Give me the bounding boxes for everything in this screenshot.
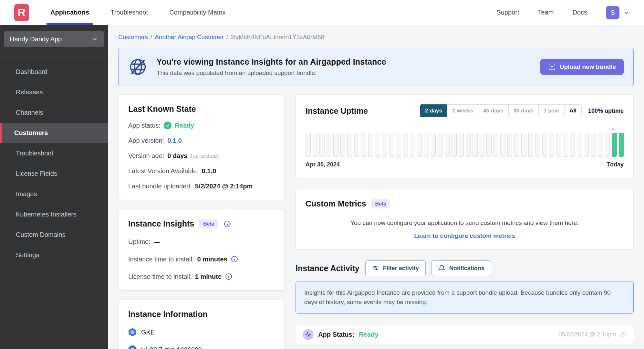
info-icon[interactable] bbox=[225, 273, 233, 280]
nav-item-docs[interactable]: Docs bbox=[572, 0, 587, 25]
breadcrumb: Customers / Another Airgap Customer / 2f… bbox=[118, 34, 634, 41]
uptime-bar-empty[interactable] bbox=[514, 133, 519, 157]
range-button-2-weeks[interactable]: 2 weeks bbox=[447, 104, 478, 117]
uptime-bar-up[interactable] bbox=[619, 133, 624, 157]
range-button-45-days[interactable]: 45 days bbox=[478, 104, 508, 117]
uptime-bar-empty[interactable] bbox=[354, 133, 359, 157]
sidebar-item-images[interactable]: Images bbox=[0, 184, 108, 204]
uptime-start-label: Apr 30, 2024 bbox=[306, 161, 340, 168]
banner-subtitle: This data was populated from an uploaded… bbox=[157, 69, 386, 77]
nav-item-support[interactable]: Support bbox=[496, 0, 519, 25]
uptime-bar-empty[interactable] bbox=[605, 133, 610, 157]
beta-badge: Beta bbox=[371, 199, 390, 208]
license-time-row: License time to install: 1 minute bbox=[128, 273, 275, 280]
sidebar-item-troubleshoot[interactable]: Troubleshoot bbox=[0, 143, 108, 164]
uptime-bar-empty[interactable] bbox=[556, 133, 561, 157]
uptime-bar-empty[interactable] bbox=[306, 133, 311, 157]
filter-activity-button[interactable]: Filter activity bbox=[365, 260, 426, 276]
uptime-bar-empty[interactable] bbox=[327, 133, 332, 157]
uptime-bar-empty[interactable] bbox=[535, 133, 540, 157]
uptime-bar-empty[interactable] bbox=[382, 133, 387, 157]
sidebar-item-customers[interactable]: Customers bbox=[0, 123, 108, 143]
uptime-bar-empty[interactable] bbox=[445, 133, 450, 157]
notifications-button[interactable]: Notifications bbox=[431, 260, 491, 276]
uptime-bar-empty[interactable] bbox=[591, 133, 596, 157]
uptime-bar-empty[interactable] bbox=[542, 133, 547, 157]
nav-item-compatibility-matrix[interactable]: Compatibility Matrix bbox=[169, 0, 225, 25]
chevron-down-icon[interactable] bbox=[623, 9, 630, 16]
uptime-bar-empty[interactable] bbox=[507, 133, 513, 157]
activity-pulse-icon bbox=[303, 329, 314, 340]
uptime-bar-empty[interactable] bbox=[584, 133, 589, 157]
breadcrumb-separator: / bbox=[151, 34, 152, 41]
uptime-bar-empty[interactable] bbox=[438, 133, 443, 157]
sidebar-item-license-fields[interactable]: License Fields bbox=[0, 164, 108, 184]
uptime-bar-empty[interactable] bbox=[528, 133, 534, 157]
uptime-bar-empty[interactable] bbox=[431, 133, 436, 157]
sidebar-item-custom-domains[interactable]: Custom Domains bbox=[0, 225, 108, 245]
upload-new-bundle-button[interactable]: Upload new bundle bbox=[540, 59, 624, 75]
uptime-bar-empty[interactable] bbox=[577, 133, 582, 157]
configure-custom-metrics-link[interactable]: Learn to configure custom metrics bbox=[306, 232, 624, 239]
uptime-bar-empty[interactable] bbox=[493, 133, 499, 157]
app-version-link[interactable]: 0.1.0 bbox=[167, 137, 182, 144]
sidebar-item-dashboard[interactable]: Dashboard bbox=[0, 62, 108, 82]
main-content: Customers / Another Airgap Customer / 2f… bbox=[108, 25, 644, 349]
info-icon[interactable] bbox=[231, 255, 238, 263]
uptime-bar-empty[interactable] bbox=[521, 133, 526, 157]
link-icon[interactable] bbox=[620, 331, 627, 338]
nav-item-troubleshoot[interactable]: Troubleshoot bbox=[110, 0, 148, 25]
uptime-bar-empty[interactable] bbox=[361, 133, 366, 157]
uptime-bar-empty[interactable] bbox=[480, 133, 485, 157]
uptime-bar-empty[interactable] bbox=[570, 133, 575, 157]
activity-event-row[interactable]: App Status: Ready 05/02/2024 @ 2:14pm bbox=[296, 325, 634, 344]
range-button-90-days[interactable]: 90 days bbox=[508, 104, 539, 117]
uptime-bar-empty[interactable] bbox=[396, 133, 401, 157]
uptime-bar-empty[interactable] bbox=[403, 133, 408, 157]
sidebar-item-channels[interactable]: Channels bbox=[0, 102, 108, 123]
uptime-bar-empty[interactable] bbox=[375, 133, 380, 157]
version-age-extra: (up to date) bbox=[191, 153, 219, 159]
sidebar-item-releases[interactable]: Releases bbox=[0, 82, 108, 102]
replicated-logo-icon[interactable]: R bbox=[14, 4, 29, 21]
uptime-bar-empty[interactable] bbox=[333, 133, 338, 157]
nav-item-team[interactable]: Team bbox=[538, 0, 554, 25]
account-menu[interactable]: S bbox=[606, 6, 630, 19]
uptime-bar-empty[interactable] bbox=[466, 133, 471, 157]
uptime-bars bbox=[306, 133, 624, 157]
range-button-all[interactable]: All bbox=[564, 104, 582, 117]
uptime-bar-empty[interactable] bbox=[598, 133, 603, 157]
range-button-1-year[interactable]: 1 year bbox=[538, 104, 565, 117]
uptime-bar-empty[interactable] bbox=[340, 133, 346, 157]
uptime-bar-empty[interactable] bbox=[452, 133, 457, 157]
app-selector-label: Handy Dandy App bbox=[10, 36, 62, 43]
info-icon[interactable] bbox=[223, 220, 231, 228]
uptime-bar-empty[interactable] bbox=[313, 133, 318, 157]
avatar[interactable]: S bbox=[606, 6, 619, 19]
uptime-bar-empty[interactable] bbox=[389, 133, 394, 157]
uptime-bar-empty[interactable] bbox=[500, 133, 505, 157]
nav-item-applications[interactable]: Applications bbox=[50, 0, 89, 25]
app-selector-dropdown[interactable]: Handy Dandy App bbox=[4, 31, 104, 47]
kubernetes-icon: ☸ bbox=[128, 345, 137, 349]
row-label: Latest Version Available: bbox=[128, 167, 199, 175]
breadcrumb-customers-link[interactable]: Customers bbox=[118, 34, 148, 41]
uptime-bar-empty[interactable] bbox=[486, 133, 492, 157]
uptime-bar-empty[interactable] bbox=[368, 133, 373, 157]
uptime-bar-up[interactable] bbox=[612, 133, 617, 157]
breadcrumb-customer-link[interactable]: Another Airgap Customer bbox=[155, 34, 223, 41]
uptime-bar-empty[interactable] bbox=[473, 133, 478, 157]
top-nav-links: Applications Troubleshoot Compatibility … bbox=[50, 0, 226, 25]
beta-badge: Beta bbox=[199, 219, 218, 228]
uptime-bar-empty[interactable] bbox=[563, 133, 568, 157]
uptime-bar-empty[interactable] bbox=[424, 133, 429, 157]
sidebar-item-settings[interactable]: Settings bbox=[0, 245, 108, 265]
uptime-bar-empty[interactable] bbox=[319, 133, 325, 157]
range-button-2-days[interactable]: 2 days bbox=[420, 104, 447, 117]
uptime-bar-empty[interactable] bbox=[549, 133, 554, 157]
uptime-bar-empty[interactable] bbox=[459, 133, 464, 157]
uptime-bar-empty[interactable] bbox=[417, 133, 422, 157]
sidebar-item-kubernetes-installers[interactable]: Kubernetes Installers bbox=[0, 204, 108, 225]
uptime-bar-empty[interactable] bbox=[347, 133, 352, 157]
uptime-bar-empty[interactable] bbox=[410, 133, 415, 157]
